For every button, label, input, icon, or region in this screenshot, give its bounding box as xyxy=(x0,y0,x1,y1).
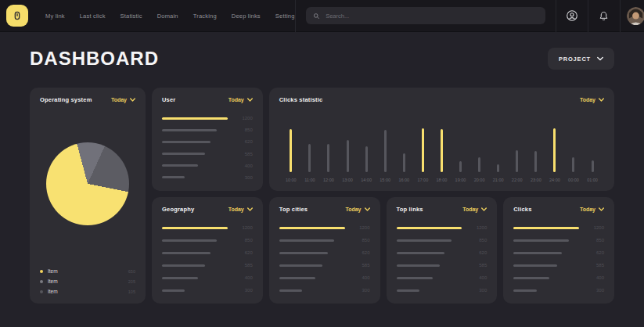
bar-value: 620 xyxy=(234,139,253,144)
vbar xyxy=(441,129,443,172)
nav-item-statistic[interactable]: Statistic xyxy=(121,13,142,20)
bar-row: 300 xyxy=(397,288,487,293)
bar-value: 585 xyxy=(585,263,604,268)
bar-track xyxy=(162,289,228,292)
card-title: Clicks statistic xyxy=(279,96,323,103)
nav-item-setting[interactable]: Setting xyxy=(275,13,295,20)
bar-row: 620 xyxy=(162,139,253,144)
bar-row: 1200 xyxy=(397,225,487,230)
time-label: 23:00 xyxy=(531,178,541,182)
time-label: 20:00 xyxy=(474,178,485,182)
bar-track xyxy=(397,289,462,292)
period-selector[interactable]: Today xyxy=(462,207,487,212)
bar xyxy=(513,277,549,279)
vbar xyxy=(403,153,405,172)
vbar xyxy=(422,128,424,172)
card-top-links: Top links Today 1200850620585400300 xyxy=(387,197,498,304)
nav-item-tracking[interactable]: Tracking xyxy=(193,13,217,20)
bar xyxy=(397,227,462,229)
search-bar[interactable] xyxy=(306,7,545,24)
bar-value: 850 xyxy=(585,238,604,243)
bar-track xyxy=(513,227,579,229)
period-selector[interactable]: Today xyxy=(345,207,369,212)
card-title: Top links xyxy=(397,206,423,213)
bar-track xyxy=(397,277,462,279)
account-button[interactable] xyxy=(556,0,588,32)
notifications-button[interactable] xyxy=(588,0,620,32)
period-label: Today xyxy=(111,97,127,102)
bar-value: 585 xyxy=(234,152,253,156)
bar xyxy=(513,264,556,267)
bar-value: 400 xyxy=(585,275,604,280)
vbar-wrap xyxy=(553,128,556,172)
card-user: User Today 1200850620585400300 xyxy=(152,88,263,191)
bar-row: 300 xyxy=(513,288,604,293)
project-selector[interactable]: PROJECT xyxy=(548,48,614,70)
vbar xyxy=(516,150,518,172)
card-title: User xyxy=(162,96,175,103)
project-selector-label: PROJECT xyxy=(559,56,591,63)
time-column: 22:00 xyxy=(508,116,527,182)
legend-value: 205 xyxy=(128,279,135,284)
vbar-wrap xyxy=(441,128,443,172)
bar-value: 300 xyxy=(234,175,253,180)
time-column: 17:00 xyxy=(413,116,432,182)
bar-value: 300 xyxy=(585,288,604,293)
period-selector[interactable]: Today xyxy=(228,207,253,212)
bar-track xyxy=(162,227,228,229)
bar-value: 400 xyxy=(234,164,253,168)
time-column: 23:00 xyxy=(527,116,545,182)
nav-item-my-link[interactable]: My link xyxy=(45,13,65,20)
vbar-wrap xyxy=(592,128,594,172)
period-selector[interactable]: Today xyxy=(111,97,135,102)
bar xyxy=(162,289,185,292)
chevron-down-icon xyxy=(130,98,135,102)
bar-row: 1200 xyxy=(162,225,253,230)
top-links-bar-chart: 1200850620585400300 xyxy=(397,225,487,293)
avatar[interactable] xyxy=(627,7,644,25)
card-operating-system: Operating system Today Item650Item205Ite… xyxy=(30,88,146,304)
time-label: 22:00 xyxy=(512,178,523,182)
time-label: 12:00 xyxy=(323,178,334,182)
bar-value: 585 xyxy=(234,263,253,268)
bar-value: 850 xyxy=(351,238,370,243)
nav-item-deep-links[interactable]: Deep links xyxy=(232,13,261,20)
card-clicks: Clicks Today 1200850620585400300 xyxy=(503,197,614,304)
nav-item-last-click[interactable]: Last click xyxy=(80,13,106,20)
vbar xyxy=(384,130,387,172)
pie-legend: Item650Item205Item105 xyxy=(40,268,135,295)
period-selector[interactable]: Today xyxy=(580,97,604,102)
geography-bar-chart: 1200850620585400300 xyxy=(162,225,253,293)
bar-track xyxy=(162,252,228,254)
bar-value: 620 xyxy=(351,250,370,255)
search-zone xyxy=(295,0,556,32)
card-title: Operating system xyxy=(40,96,92,103)
bar-row: 620 xyxy=(162,250,253,255)
period-selector[interactable]: Today xyxy=(580,207,604,212)
bar-track xyxy=(279,289,345,292)
vbar xyxy=(534,151,537,172)
chevron-down-icon xyxy=(599,98,604,102)
legend-value: 105 xyxy=(128,289,135,294)
bar-value: 400 xyxy=(351,275,370,280)
clicks-bar-chart: 1200850620585400300 xyxy=(513,225,604,293)
bar xyxy=(397,264,440,267)
page-header: DASHBOARD PROJECT xyxy=(0,32,644,70)
vbar-wrap xyxy=(516,128,518,172)
bar-track xyxy=(397,227,462,229)
bar xyxy=(279,227,345,229)
page-title: DASHBOARD xyxy=(30,48,159,70)
bar-value: 850 xyxy=(234,238,253,243)
bar-value: 620 xyxy=(585,250,604,255)
bar-value: 850 xyxy=(234,128,253,132)
card-geography: Geography Today 1200850620585400300 xyxy=(152,197,263,304)
bar-row: 1200 xyxy=(279,225,370,230)
vbar xyxy=(308,144,311,172)
time-column: 01:00 xyxy=(583,116,602,182)
bar-row: 400 xyxy=(397,275,487,280)
period-selector[interactable]: Today xyxy=(228,97,253,102)
search-input[interactable] xyxy=(324,12,538,20)
bar-track xyxy=(279,277,345,279)
nav-item-domain[interactable]: Domain xyxy=(157,13,178,20)
app-logo[interactable] xyxy=(6,5,28,27)
